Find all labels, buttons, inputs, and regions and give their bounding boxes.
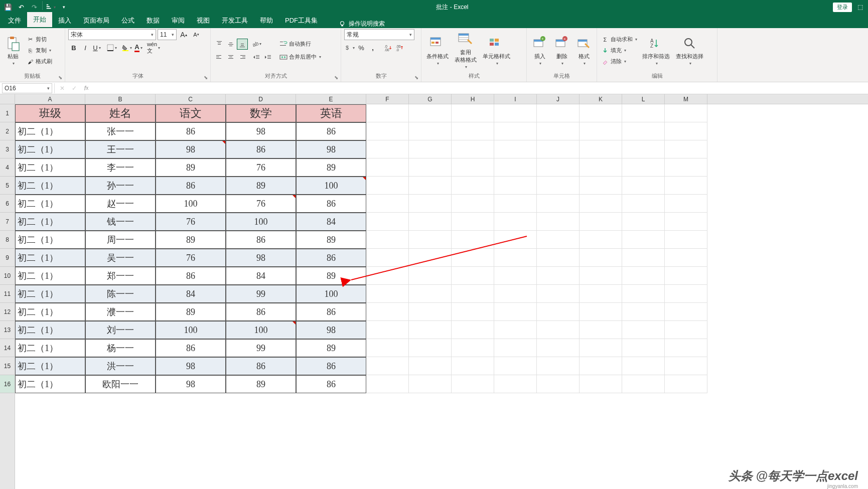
tab-insert[interactable]: 插入 — [52, 13, 77, 28]
decrease-indent-icon[interactable] — [251, 52, 262, 63]
select-all-corner[interactable] — [0, 94, 15, 104]
cell[interactable] — [622, 285, 665, 303]
align-top-icon[interactable] — [214, 39, 225, 50]
cell[interactable]: 陈一一 — [85, 285, 156, 303]
table-format-button[interactable]: 套用 表格格式 — [453, 29, 479, 72]
row-header[interactable]: 4 — [0, 158, 15, 177]
cell[interactable]: 98 — [156, 140, 226, 158]
tab-data[interactable]: 数据 — [140, 13, 166, 28]
cell[interactable] — [665, 249, 707, 267]
col-header[interactable]: M — [665, 94, 707, 104]
cut-button[interactable]: ✂剪切 — [25, 34, 53, 45]
cell[interactable] — [622, 249, 665, 267]
cell[interactable] — [580, 177, 622, 195]
increase-decimal-icon[interactable]: .0.00 — [382, 42, 393, 53]
cell[interactable] — [366, 339, 409, 357]
row-header[interactable]: 3 — [0, 140, 15, 158]
cell[interactable] — [537, 321, 580, 339]
cell[interactable] — [622, 177, 665, 195]
tab-home[interactable]: 开始 — [27, 12, 52, 28]
cell[interactable]: 初二（1） — [15, 339, 85, 357]
enter-icon[interactable]: ✓ — [69, 83, 80, 93]
font-color-button[interactable]: A — [133, 42, 144, 53]
cell[interactable]: 84 — [296, 213, 366, 231]
col-header[interactable]: G — [409, 94, 452, 104]
cell[interactable]: 张一一 — [85, 122, 156, 140]
cell[interactable] — [580, 213, 622, 231]
cell[interactable]: 98 — [226, 249, 296, 267]
cell[interactable] — [494, 177, 537, 195]
bold-button[interactable]: B — [68, 42, 79, 53]
login-button[interactable]: 登录 — [833, 3, 852, 12]
font-name-select[interactable]: 宋体▾ — [68, 29, 156, 40]
cell[interactable] — [665, 122, 707, 140]
cell[interactable]: 89 — [226, 375, 296, 393]
cell[interactable] — [580, 357, 622, 375]
column-headers[interactable]: ABCDEFGHIJKLM — [15, 94, 868, 104]
orientation-icon[interactable]: ab — [251, 39, 262, 50]
cell[interactable] — [409, 375, 452, 393]
cell[interactable]: 89 — [296, 231, 366, 249]
cell[interactable] — [452, 339, 494, 357]
cell[interactable]: 郑一一 — [85, 267, 156, 285]
cell[interactable]: 初二（1） — [15, 158, 85, 177]
cell[interactable]: 100 — [296, 177, 366, 195]
cell[interactable]: 李一一 — [85, 158, 156, 177]
cell[interactable]: 初二（1） — [15, 213, 85, 231]
cell[interactable] — [537, 375, 580, 393]
cell[interactable] — [452, 195, 494, 213]
cell[interactable] — [409, 177, 452, 195]
cell[interactable]: 86 — [226, 303, 296, 321]
cell[interactable] — [622, 122, 665, 140]
cell[interactable] — [494, 267, 537, 285]
format-cells-button[interactable]: 格式 — [574, 29, 594, 72]
cell[interactable] — [409, 249, 452, 267]
cell[interactable] — [494, 321, 537, 339]
decrease-font-icon[interactable]: A▾ — [191, 29, 202, 40]
cell[interactable]: 99 — [226, 285, 296, 303]
undo-icon[interactable]: ↶ — [15, 1, 27, 13]
italic-button[interactable]: I — [80, 42, 91, 53]
fill-color-button[interactable] — [121, 42, 132, 53]
cell[interactable] — [409, 267, 452, 285]
cell[interactable] — [622, 303, 665, 321]
row-header[interactable]: 16 — [0, 375, 15, 393]
copy-button[interactable]: ⎘复制 — [25, 45, 53, 56]
underline-button[interactable]: U — [91, 42, 102, 53]
cell[interactable]: 初二（1） — [15, 140, 85, 158]
cell[interactable] — [366, 357, 409, 375]
tab-review[interactable]: 审阅 — [166, 13, 191, 28]
cell[interactable] — [494, 303, 537, 321]
number-launcher-icon[interactable]: ⬊ — [413, 74, 420, 81]
cell[interactable]: 100 — [296, 285, 366, 303]
autosum-button[interactable]: Σ自动求和 — [600, 34, 638, 45]
cell[interactable] — [409, 321, 452, 339]
cell[interactable] — [665, 321, 707, 339]
cell[interactable] — [537, 285, 580, 303]
row-header[interactable]: 11 — [0, 285, 15, 303]
cell[interactable] — [494, 195, 537, 213]
row-header[interactable]: 6 — [0, 195, 15, 213]
row-header[interactable]: 7 — [0, 213, 15, 231]
cell[interactable]: 杨一一 — [85, 339, 156, 357]
cell[interactable]: 98 — [156, 375, 226, 393]
fill-button[interactable]: 填充 — [600, 45, 638, 56]
cell[interactable]: 孙一一 — [85, 177, 156, 195]
find-select-button[interactable]: 查找和选择 — [674, 29, 705, 72]
insert-cells-button[interactable]: +插入 — [530, 29, 550, 72]
cell[interactable] — [452, 213, 494, 231]
tab-help[interactable]: 帮助 — [254, 13, 279, 28]
cell[interactable]: 赵一一 — [85, 195, 156, 213]
cell[interactable] — [665, 303, 707, 321]
cell[interactable] — [537, 267, 580, 285]
cell[interactable] — [452, 158, 494, 177]
cell[interactable]: 欧阳一一 — [85, 375, 156, 393]
cell[interactable] — [580, 158, 622, 177]
cell[interactable] — [494, 357, 537, 375]
percent-format-icon[interactable]: % — [356, 42, 367, 53]
row-header[interactable]: 5 — [0, 177, 15, 195]
cell[interactable] — [665, 285, 707, 303]
cell[interactable] — [537, 140, 580, 158]
cell[interactable] — [494, 122, 537, 140]
format-painter-button[interactable]: 🖌格式刷 — [25, 56, 53, 67]
